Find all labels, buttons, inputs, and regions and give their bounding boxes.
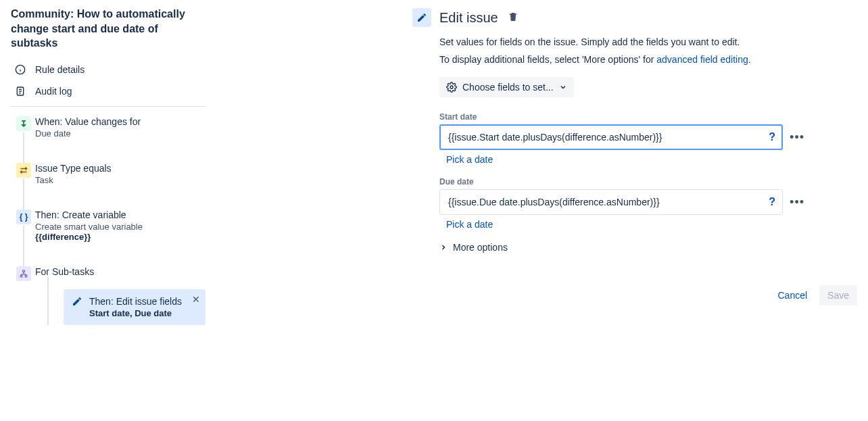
branch-icon: [16, 266, 31, 281]
advanced-field-editing-link[interactable]: advanced field editing: [656, 54, 748, 65]
svg-rect-12: [20, 275, 22, 277]
info-icon: [15, 64, 26, 75]
start-date-label: Start date: [439, 112, 804, 122]
step-sub: Create smart value variable {{difference…: [35, 222, 206, 242]
nav-rule-details[interactable]: Rule details: [11, 59, 206, 80]
step-branch[interactable]: For Sub-tasks Then: Edit issue fields St…: [16, 266, 206, 349]
gear-icon: [446, 82, 457, 93]
step-trigger[interactable]: When: Value changes for Due date: [16, 116, 206, 163]
condition-icon: [16, 163, 31, 178]
step-condition[interactable]: Issue Type equals Task: [16, 163, 206, 209]
nav-audit-log[interactable]: Audit log: [11, 80, 206, 102]
due-date-input-wrapper[interactable]: ?: [439, 189, 783, 215]
choose-fields-label: Choose fields to set...: [462, 82, 554, 93]
more-options-toggle[interactable]: More options: [439, 242, 804, 253]
help-icon[interactable]: ?: [767, 196, 777, 208]
more-options-label: More options: [453, 242, 508, 253]
edit-issue-icon: [412, 8, 431, 27]
child-sub: Start date, Due date: [89, 308, 182, 318]
panel-title: Edit issue: [439, 10, 498, 26]
chevron-right-icon: [439, 243, 448, 251]
svg-point-18: [450, 86, 453, 89]
more-actions-icon[interactable]: •••: [790, 195, 804, 209]
pick-date-start[interactable]: Pick a date: [446, 154, 804, 165]
step-sub: Task: [35, 175, 206, 185]
log-icon: [15, 86, 26, 97]
more-actions-icon[interactable]: •••: [790, 130, 804, 145]
step-sub: Due date: [35, 128, 206, 139]
divider: [11, 106, 206, 107]
due-date-label: Due date: [439, 177, 804, 187]
save-button[interactable]: Save: [819, 285, 857, 305]
choose-fields-button[interactable]: Choose fields to set...: [439, 77, 574, 97]
due-date-input[interactable]: [447, 196, 767, 208]
panel-description-2: To display additional fields, select 'Mo…: [439, 54, 804, 65]
step-title: Issue Type equals: [35, 163, 206, 174]
step-title: When: Value changes for: [35, 116, 206, 127]
pencil-icon: [72, 296, 82, 307]
child-title: Then: Edit issue fields: [89, 296, 182, 307]
pick-date-due[interactable]: Pick a date: [446, 219, 804, 230]
nav-label: Rule details: [35, 64, 85, 75]
nav-label: Audit log: [35, 86, 72, 97]
variable-icon: { }: [16, 209, 31, 224]
start-date-input-wrapper[interactable]: ?: [439, 124, 783, 150]
panel-description: Set values for fields on the issue. Simp…: [439, 36, 804, 47]
delete-icon[interactable]: [508, 11, 519, 24]
chevron-down-icon: [559, 83, 567, 91]
step-edit-issue-fields[interactable]: Then: Edit issue fields Start date, Due …: [64, 289, 206, 325]
step-title: For Sub-tasks: [35, 266, 206, 277]
rule-name-title: Community: How to automatically change s…: [11, 7, 206, 51]
step-create-variable[interactable]: { } Then: Create variable Create smart v…: [16, 209, 206, 266]
close-icon[interactable]: ✕: [192, 295, 200, 304]
step-title: Then: Create variable: [35, 209, 206, 220]
help-icon[interactable]: ?: [767, 131, 777, 143]
svg-rect-11: [23, 270, 25, 272]
trigger-icon: [16, 116, 31, 131]
svg-rect-13: [25, 275, 27, 277]
start-date-input[interactable]: [447, 131, 767, 143]
cancel-button[interactable]: Cancel: [769, 285, 815, 305]
